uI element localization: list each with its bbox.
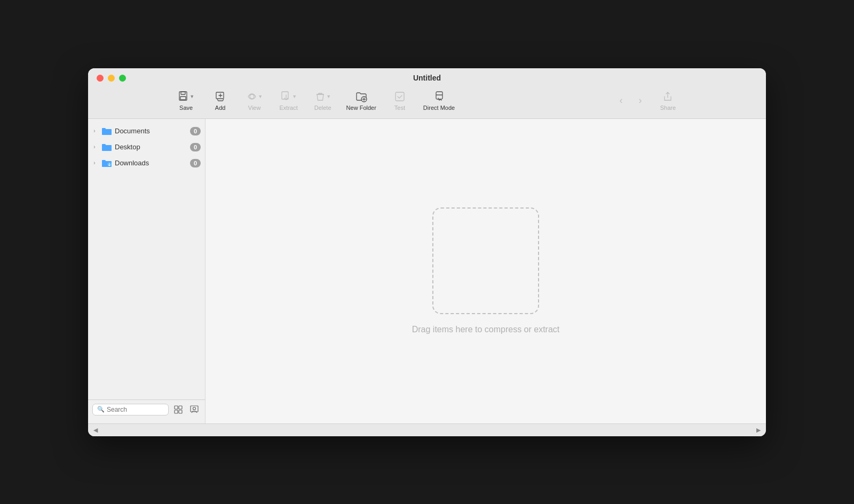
add-label: Add bbox=[215, 105, 226, 111]
search-input[interactable] bbox=[107, 406, 164, 413]
delete-icon: ▼ bbox=[314, 90, 331, 103]
svg-rect-7 bbox=[396, 92, 404, 101]
folder-icon-documents bbox=[101, 125, 113, 137]
save-button[interactable]: ▼ Save bbox=[170, 88, 202, 113]
grid-view-icon[interactable] bbox=[172, 403, 185, 416]
delete-label: Delete bbox=[314, 105, 331, 111]
svg-rect-10 bbox=[175, 406, 178, 409]
search-box[interactable]: 🔍 bbox=[92, 404, 169, 415]
add-icon bbox=[215, 90, 226, 103]
scroll-left-button[interactable]: ◀ bbox=[90, 425, 101, 435]
forward-icon: › bbox=[638, 94, 642, 107]
direct-mode-button[interactable]: Direct Mode bbox=[418, 88, 460, 113]
nav-arrows: ‹ › bbox=[611, 92, 650, 109]
sidebar-item-downloads-label: Downloads bbox=[115, 159, 188, 167]
sidebar-items: › Documents 0 › bbox=[88, 123, 205, 399]
sidebar-item-documents-badge: 0 bbox=[190, 127, 201, 135]
add-button[interactable]: Add bbox=[204, 88, 236, 113]
svg-point-4 bbox=[250, 94, 254, 99]
delete-button[interactable]: ▼ Delete bbox=[307, 88, 339, 113]
titlebar-top: Untitled bbox=[88, 68, 766, 86]
extract-icon: ▼ bbox=[280, 90, 297, 103]
sidebar-item-desktop-badge: 0 bbox=[190, 143, 201, 151]
drop-zone: Drag items here to compress or extract bbox=[412, 207, 560, 334]
direct-mode-label: Direct Mode bbox=[423, 105, 455, 111]
new-folder-icon bbox=[355, 90, 367, 103]
drop-box bbox=[432, 207, 539, 314]
sidebar-item-desktop[interactable]: › Desktop 0 bbox=[88, 139, 205, 155]
window-bottom: ◀ ▶ bbox=[88, 423, 766, 436]
share-button[interactable]: Share bbox=[652, 88, 684, 113]
svg-rect-12 bbox=[175, 410, 178, 413]
toolbar: ▼ Save Add bbox=[88, 86, 766, 118]
svg-rect-13 bbox=[179, 410, 182, 413]
share-icon bbox=[662, 90, 673, 103]
view-label: View bbox=[248, 105, 261, 111]
traffic-lights bbox=[97, 75, 126, 82]
chevron-icon-documents: › bbox=[90, 127, 99, 135]
sidebar-item-documents-label: Documents bbox=[115, 127, 188, 135]
scroll-right-button[interactable]: ▶ bbox=[753, 425, 764, 435]
svg-point-15 bbox=[193, 407, 196, 410]
folder-icon-desktop bbox=[101, 141, 113, 153]
extract-button[interactable]: ▼ Extract bbox=[273, 88, 305, 113]
sidebar-bottom: 🔍 bbox=[88, 399, 205, 419]
main-content: › Documents 0 › bbox=[88, 119, 766, 423]
new-folder-button[interactable]: New Folder bbox=[341, 88, 382, 113]
window-title: Untitled bbox=[413, 74, 441, 82]
direct-mode-icon bbox=[433, 90, 445, 103]
save-icon: ▼ bbox=[178, 90, 194, 103]
content-area[interactable]: Drag items here to compress or extract bbox=[205, 119, 766, 423]
sidebar: › Documents 0 › bbox=[88, 119, 205, 423]
titlebar: Untitled ▼ Save bbox=[88, 68, 766, 119]
maximize-button[interactable] bbox=[119, 75, 126, 82]
close-button[interactable] bbox=[97, 75, 104, 82]
svg-rect-14 bbox=[191, 406, 198, 412]
back-icon: ‹ bbox=[619, 94, 622, 107]
test-icon bbox=[394, 90, 406, 103]
view-icon: ▼ bbox=[246, 90, 263, 103]
main-window: Untitled ▼ Save bbox=[88, 68, 766, 436]
minimize-button[interactable] bbox=[108, 75, 115, 82]
share-label: Share bbox=[660, 105, 676, 111]
drop-label: Drag items here to compress or extract bbox=[412, 325, 560, 334]
extract-label: Extract bbox=[279, 105, 297, 111]
test-button[interactable]: Test bbox=[384, 88, 416, 113]
preview-icon[interactable] bbox=[188, 403, 201, 416]
svg-rect-1 bbox=[181, 92, 185, 94]
save-label: Save bbox=[179, 105, 193, 111]
svg-rect-8 bbox=[436, 92, 442, 99]
folder-icon-downloads bbox=[101, 157, 113, 169]
forward-button[interactable]: › bbox=[630, 92, 650, 109]
sidebar-item-downloads-badge: 0 bbox=[190, 159, 201, 167]
chevron-icon-desktop: › bbox=[90, 143, 99, 151]
sidebar-item-desktop-label: Desktop bbox=[115, 143, 188, 151]
search-icon: 🔍 bbox=[97, 406, 105, 413]
view-button[interactable]: ▼ View bbox=[239, 88, 271, 113]
new-folder-label: New Folder bbox=[346, 105, 376, 111]
chevron-icon-downloads: › bbox=[90, 159, 99, 167]
svg-rect-2 bbox=[180, 97, 186, 100]
sidebar-item-documents[interactable]: › Documents 0 bbox=[88, 123, 205, 139]
sidebar-item-downloads[interactable]: › Downloads 0 bbox=[88, 155, 205, 171]
back-button[interactable]: ‹ bbox=[611, 92, 630, 109]
svg-rect-11 bbox=[179, 406, 182, 409]
test-label: Test bbox=[394, 105, 405, 111]
